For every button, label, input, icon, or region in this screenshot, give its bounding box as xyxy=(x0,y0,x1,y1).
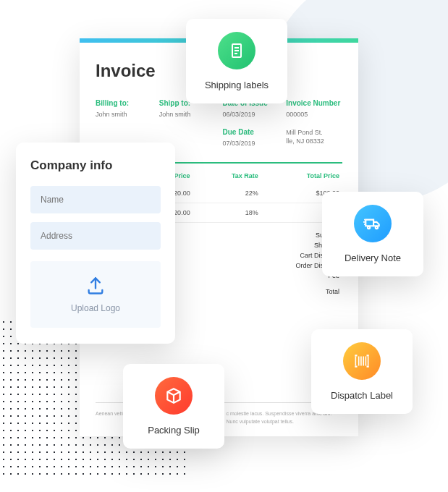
packing-slip-tile[interactable]: Packing Slip xyxy=(123,364,224,449)
name-input[interactable] xyxy=(30,186,161,213)
billing-name: John smith xyxy=(96,110,152,119)
tile-label: Dispatch Label xyxy=(318,390,405,401)
dispatch-label-tile[interactable]: Dispatch Label xyxy=(311,329,413,414)
due-date-label: Due Date xyxy=(223,128,279,136)
invoice-number-label: Invoice Number xyxy=(286,99,342,107)
receipt-icon xyxy=(218,32,255,69)
company-info-card: Company info Upload Logo xyxy=(16,143,175,344)
box-icon xyxy=(155,377,193,415)
due-date: 07/03/2019 xyxy=(223,139,279,148)
barcode-icon xyxy=(343,342,381,380)
date-issued: 06/03/2019 xyxy=(223,110,279,119)
delivery-note-tile[interactable]: Delivery Note xyxy=(322,192,423,276)
tile-label: Delivery Note xyxy=(329,253,416,263)
billing-label: Billing to: xyxy=(96,99,152,107)
tile-label: Packing Slip xyxy=(130,425,217,436)
upload-icon xyxy=(38,276,153,296)
svg-point-1 xyxy=(368,226,370,229)
address-line1: Mill Pond St. xyxy=(286,128,342,137)
upload-logo-button[interactable]: Upload Logo xyxy=(30,261,161,328)
company-info-title: Company info xyxy=(30,158,161,173)
truck-icon xyxy=(354,205,392,242)
shipping-name: John smith xyxy=(159,110,216,119)
upload-label: Upload Logo xyxy=(38,303,153,313)
tile-label: Shipping labels xyxy=(193,80,280,90)
shipping-labels-tile[interactable]: Shipping labels xyxy=(186,19,287,103)
address-input[interactable] xyxy=(30,222,161,250)
col-total: Total Price xyxy=(261,168,342,184)
invoice-number: 000005 xyxy=(286,110,342,119)
svg-point-2 xyxy=(376,226,378,229)
col-tax: Tax Rate xyxy=(193,168,261,184)
address-line2: lle, NJ 08332 xyxy=(286,137,342,146)
